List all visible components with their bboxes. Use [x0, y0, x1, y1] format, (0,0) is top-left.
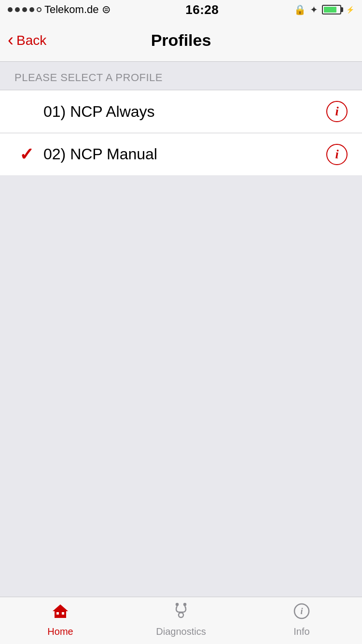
profile-label-2: 02) NCP Manual — [43, 145, 326, 163]
info-tab-icon: i — [293, 602, 310, 624]
dot-1 — [8, 7, 13, 12]
charging-icon: ⚡ — [346, 6, 354, 14]
content-area: PLEASE SELECT A PROFILE ✓ 01) NCP Always… — [0, 62, 362, 597]
dot-5 — [37, 7, 42, 12]
svg-point-8 — [184, 603, 186, 605]
tab-home[interactable]: Home — [0, 602, 121, 639]
wifi-icon: ⊜ — [102, 3, 111, 16]
tab-info-label: Info — [293, 626, 309, 637]
dot-3 — [22, 7, 27, 12]
profile-label-1: 01) NCP Always — [43, 103, 326, 121]
battery-indicator — [322, 5, 341, 14]
battery-fill — [324, 7, 336, 13]
dot-4 — [29, 7, 34, 12]
tab-home-label: Home — [47, 626, 73, 637]
svg-point-4 — [179, 613, 183, 617]
svg-rect-2 — [56, 612, 59, 615]
dot-2 — [15, 7, 20, 12]
svg-rect-1 — [58, 613, 62, 618]
tab-bar: Home Diagnostics i Info — [0, 597, 362, 644]
nav-bar: ‹ Back Profiles — [0, 19, 362, 62]
bluetooth-icon: ✦ — [310, 4, 318, 15]
page-title: Profiles — [151, 31, 211, 50]
status-right: 🔒 ✦ ⚡ — [294, 4, 354, 15]
info-button-2[interactable]: i — [326, 144, 348, 165]
section-header: PLEASE SELECT A PROFILE — [0, 62, 362, 90]
tab-diagnostics[interactable]: Diagnostics — [121, 602, 241, 639]
status-bar: Telekom.de ⊜ 16:28 🔒 ✦ ⚡ — [0, 0, 362, 19]
carrier-label: Telekom.de — [44, 3, 99, 16]
checkmark-2: ✓ — [14, 144, 39, 165]
tab-diagnostics-label: Diagnostics — [156, 626, 206, 637]
info-button-1[interactable]: i — [326, 101, 348, 122]
profile-list: ✓ 01) NCP Always i ✓ 02) NCP Manual i — [0, 90, 362, 175]
back-chevron-icon: ‹ — [8, 31, 14, 49]
profile-item-2[interactable]: ✓ 02) NCP Manual i — [0, 133, 362, 175]
lock-icon: 🔒 — [294, 4, 306, 15]
status-left: Telekom.de ⊜ — [8, 3, 111, 16]
svg-point-6 — [176, 603, 178, 605]
signal-dots — [8, 7, 42, 12]
profile-item-1[interactable]: ✓ 01) NCP Always i — [0, 90, 362, 133]
status-time: 16:28 — [185, 2, 219, 17]
back-label: Back — [16, 33, 46, 48]
home-icon — [52, 602, 69, 624]
svg-rect-3 — [62, 612, 64, 615]
diagnostics-icon — [172, 602, 190, 624]
empty-area — [0, 175, 362, 597]
tab-info[interactable]: i Info — [241, 602, 362, 639]
svg-text:i: i — [300, 606, 303, 616]
back-button[interactable]: ‹ Back — [8, 32, 46, 49]
